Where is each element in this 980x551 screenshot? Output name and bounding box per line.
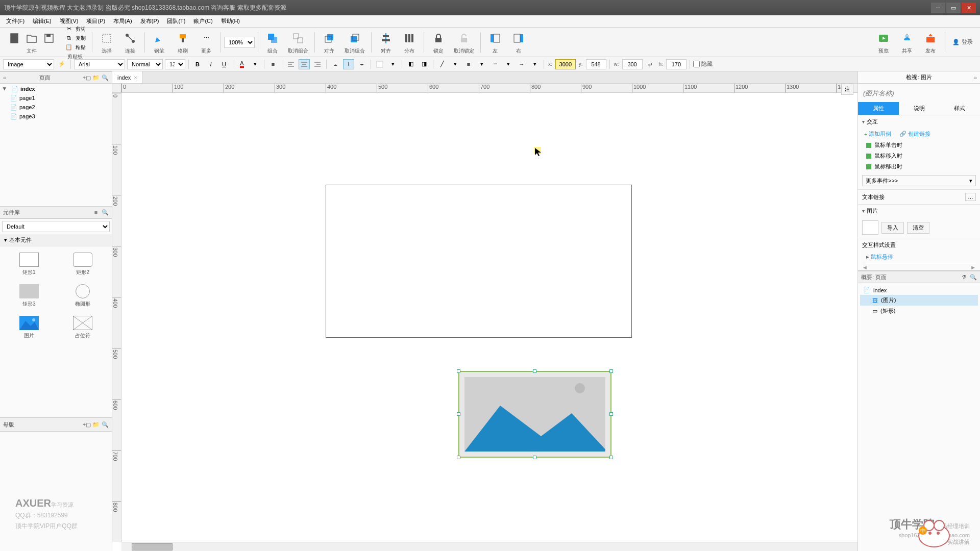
widget-image[interactable]: 图片	[4, 314, 54, 341]
tab-style[interactable]: 样式	[939, 102, 980, 115]
connect-tool-icon[interactable]	[122, 30, 138, 46]
select-tool-icon[interactable]	[99, 30, 115, 46]
more-tool-icon[interactable]: ⋯	[198, 30, 214, 46]
horizontal-ruler[interactable]: 0100200300400500600700800900100011001200…	[121, 84, 857, 93]
zoom-select[interactable]: 100%	[224, 37, 255, 48]
bold-button[interactable]: B	[192, 59, 203, 69]
minimize-button[interactable]: ─	[931, 3, 945, 13]
align-left-button[interactable]	[285, 59, 297, 69]
pen-tool-icon[interactable]	[151, 30, 167, 46]
cut-icon[interactable]: ✂	[64, 24, 74, 34]
save-file-icon[interactable]	[41, 30, 57, 46]
hover-style-link[interactable]: ▸ 鼠标悬停	[858, 252, 980, 262]
event-onmouseenter[interactable]: 鼠标移入时	[858, 151, 980, 161]
ungroup-icon[interactable]	[290, 30, 306, 46]
add-page-icon[interactable]: +▢	[83, 74, 90, 81]
canvas-rectangle-widget[interactable]	[326, 185, 632, 338]
page-item[interactable]: 📄page2	[0, 103, 112, 112]
valign-top-button[interactable]: ⫠	[330, 59, 341, 69]
page-item[interactable]: 📄page3	[0, 112, 112, 121]
paste-icon[interactable]: 📋	[64, 43, 74, 52]
lock-icon[interactable]	[430, 30, 447, 46]
library-category[interactable]: ▾基本元件	[0, 234, 112, 246]
tab-properties[interactable]: 属性	[858, 102, 899, 115]
widget-rect2[interactable]: 矩形2	[58, 251, 108, 278]
collapse-left-icon[interactable]: «	[3, 74, 6, 81]
outline-root-item[interactable]: 📄index	[860, 285, 978, 295]
valign-middle-button[interactable]: ⫲	[343, 59, 354, 69]
font-family-select[interactable]: Arial	[74, 59, 125, 69]
horizontal-scrollbar[interactable]	[121, 542, 857, 551]
add-case-link[interactable]: +添加用例	[864, 130, 891, 138]
widget-name-input[interactable]	[861, 87, 977, 99]
align-tool-icon[interactable]	[378, 30, 394, 46]
maximize-button[interactable]: ▭	[946, 3, 961, 13]
fill-dropdown-button[interactable]: ▾	[387, 59, 399, 69]
tree-collapse-icon[interactable]: ▾	[3, 85, 8, 92]
add-master-folder-icon[interactable]: 📁	[92, 421, 100, 428]
unlock-icon[interactable]	[456, 30, 472, 46]
more-text-button[interactable]: ▾	[250, 59, 261, 69]
library-select[interactable]: Default	[2, 221, 110, 232]
outline-rect-item[interactable]: ▭(矩形)	[860, 306, 978, 316]
search-masters-icon[interactable]: 🔍	[102, 421, 109, 428]
arrow-button[interactable]: →	[516, 59, 527, 69]
canvas-image-widget[interactable]	[458, 371, 611, 458]
preview-icon[interactable]	[875, 30, 892, 46]
outline-image-item[interactable]: 🖼(图片)	[860, 295, 978, 306]
interactions-section-header[interactable]: ▾交互	[858, 115, 980, 128]
close-button[interactable]: ✕	[962, 3, 976, 13]
import-image-button[interactable]: 导入	[881, 222, 904, 234]
libs-menu-icon[interactable]: ≡	[92, 209, 100, 216]
page-root-item[interactable]: ▾ 📄 index	[0, 84, 112, 93]
font-size-select[interactable]: 13	[165, 59, 185, 69]
inner-shadow-button[interactable]: ◨	[419, 59, 430, 69]
login-button[interactable]: 👤 登录	[948, 36, 977, 48]
bring-front-icon[interactable]	[321, 30, 337, 46]
search-pages-icon[interactable]: 🔍	[102, 74, 109, 81]
h-input[interactable]	[666, 59, 687, 69]
add-folder-icon[interactable]: 📁	[92, 74, 100, 81]
image-section-header[interactable]: ▾图片	[858, 205, 980, 217]
line-width-button[interactable]: ≡	[463, 59, 474, 69]
line-width-dropdown[interactable]: ▾	[476, 59, 487, 69]
more-events-dropdown[interactable]: 更多事件>>>▾	[862, 175, 976, 186]
bullets-button[interactable]: ≡	[267, 59, 279, 69]
align-right-button[interactable]	[312, 59, 323, 69]
underline-button[interactable]: U	[218, 59, 230, 69]
fill-color-button[interactable]	[374, 59, 385, 69]
line-dropdown-button[interactable]: ▾	[450, 59, 461, 69]
lock-aspect-icon[interactable]: ⇄	[645, 59, 656, 69]
line-style-dropdown[interactable]: ▾	[503, 59, 514, 69]
interaction-mode-icon[interactable]: ⚡	[56, 59, 67, 69]
widget-rect3[interactable]: 矩形3	[4, 282, 54, 310]
arrow-dropdown[interactable]: ▾	[529, 59, 541, 69]
search-libs-icon[interactable]: 🔍	[102, 209, 109, 216]
create-link-link[interactable]: 🔗创建链接	[899, 130, 930, 138]
share-icon[interactable]	[899, 30, 915, 46]
vertical-ruler[interactable]: 0100200300400500600700800900	[112, 93, 121, 542]
page-note-button[interactable]: 注	[841, 84, 853, 95]
line-color-button[interactable]: ╱	[436, 59, 448, 69]
event-onclick[interactable]: 鼠标单击时	[858, 140, 980, 151]
publish-icon[interactable]	[922, 30, 939, 46]
send-back-icon[interactable]	[347, 30, 363, 46]
group-icon[interactable]	[264, 30, 281, 46]
new-file-icon[interactable]	[6, 30, 22, 46]
close-tab-icon[interactable]: ×	[134, 74, 137, 81]
widget-rect1[interactable]: 矩形1	[4, 251, 54, 278]
clear-image-button[interactable]: 清空	[907, 222, 929, 234]
w-input[interactable]	[622, 59, 643, 69]
distribute-tool-icon[interactable]	[401, 30, 418, 46]
page-item[interactable]: 📄page1	[0, 93, 112, 103]
text-color-button[interactable]: A	[236, 59, 248, 69]
panel-right-icon[interactable]	[510, 30, 527, 46]
hidden-checkbox[interactable]: 隐藏	[693, 60, 713, 68]
filter-outline-icon[interactable]: ⚗	[961, 273, 968, 281]
align-center-button[interactable]	[299, 59, 310, 69]
line-style-button[interactable]: ┄	[489, 59, 501, 69]
add-master-icon[interactable]: +▢	[83, 421, 90, 428]
font-weight-select[interactable]: Normal	[127, 59, 163, 69]
outer-shadow-button[interactable]: ◧	[405, 59, 416, 69]
collapse-right-icon[interactable]: »	[974, 74, 977, 81]
